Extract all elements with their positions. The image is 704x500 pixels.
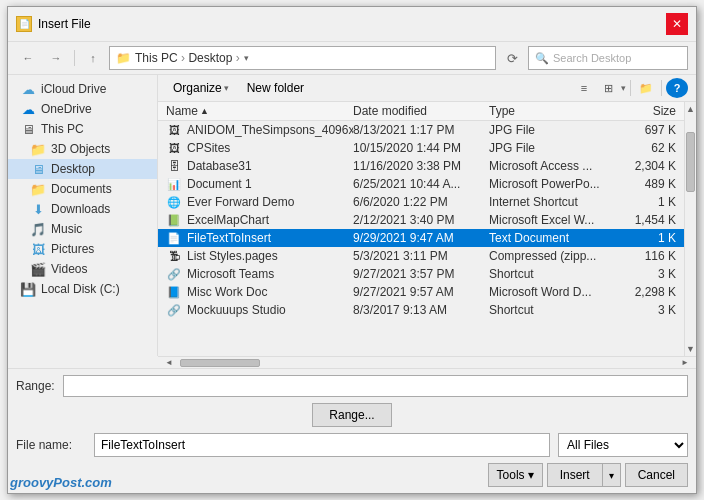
up-button[interactable]: ↑ [81,47,105,69]
file-name: Misc Work Doc [187,285,267,299]
sidebar-item-desktop[interactable]: 🖥 Desktop [8,159,157,179]
file-type: Microsoft Word D... [489,285,625,299]
address-crumb-pc: 📁 [116,51,131,65]
help-button[interactable]: ? [666,78,688,98]
table-row[interactable]: 🗜 List Styles.pages 5/3/2021 3:11 PM Com… [158,247,684,265]
organize-button[interactable]: Organize ▾ [166,78,236,98]
sidebar-label-downloads: Downloads [51,202,110,216]
cancel-button[interactable]: Cancel [625,463,688,487]
sidebar-item-documents[interactable]: 📁 Documents [8,179,157,199]
file-icon: 🖼 [166,123,182,137]
sidebar-item-localdisk[interactable]: 💾 Local Disk (C:) [8,279,157,299]
table-row[interactable]: 📘 Misc Work Doc 9/27/2021 9:57 AM Micros… [158,283,684,301]
tools-label: Tools [497,468,525,482]
forward-button[interactable]: → [44,47,68,69]
view-list-button[interactable]: ≡ [573,78,595,98]
filename-input[interactable] [94,433,550,457]
filename-row: File name: All Files [16,433,688,457]
sidebar-item-onedrive[interactable]: ☁ OneDrive [8,99,157,119]
downloads-icon: ⬇ [30,202,46,216]
file-name-cell: 📄 FileTextToInsert [166,231,353,245]
file-size: 1,454 K [625,213,676,227]
music-icon: 🎵 [30,222,46,236]
sidebar-item-icloud[interactable]: ☁ iCloud Drive [8,79,157,99]
file-date: 6/6/2020 1:22 PM [353,195,489,209]
scrollbar-vertical[interactable]: ▲ ▼ [684,102,696,356]
h-scrollbar-thumb[interactable] [180,359,260,367]
table-row[interactable]: 🗄 Database31 11/16/2020 3:38 PM Microsof… [158,157,684,175]
refresh-button[interactable]: ⟳ [500,47,524,69]
sidebar-item-videos[interactable]: 🎬 Videos [8,259,157,279]
sort-arrow: ▲ [200,106,209,116]
file-date: 8/13/2021 1:17 PM [353,123,489,137]
file-type: Shortcut [489,267,625,281]
table-row[interactable]: 📊 Document 1 6/25/2021 10:44 A... Micros… [158,175,684,193]
close-button[interactable]: ✕ [666,13,688,35]
file-name: ANIDOM_TheSimpsons_4096x2160_01 [187,123,353,137]
col-header-size[interactable]: Size [625,104,676,118]
new-folder-button[interactable]: New folder [240,78,311,98]
scroll-left[interactable]: ◄ [162,358,176,368]
scrollbar-thumb[interactable] [686,132,695,192]
scroll-up[interactable]: ▲ [685,102,696,116]
filetype-select[interactable]: All Files [558,433,688,457]
insert-dropdown-button[interactable]: ▾ [603,463,621,487]
table-row[interactable]: 🔗 Microsoft Teams 9/27/2021 3:57 PM Shor… [158,265,684,283]
sidebar-item-3dobjects[interactable]: 📁 3D Objects [8,139,157,159]
file-list: Name ▲ Date modified Type Size 🖼 ANIDOM_… [158,102,684,356]
file-size: 116 K [625,249,676,263]
table-row[interactable]: 🖼 ANIDOM_TheSimpsons_4096x2160_01 8/13/2… [158,121,684,139]
insert-file-dialog: 📄 Insert File ✕ ← → ↑ 📁 This PC › Deskto… [7,6,697,494]
range-input[interactable] [63,375,688,397]
file-icon: 📄 [166,231,182,245]
scroll-right[interactable]: ► [678,358,692,368]
file-date: 10/15/2020 1:44 PM [353,141,489,155]
search-icon: 🔍 [535,52,549,65]
file-name-cell: 🗜 List Styles.pages [166,249,353,263]
sidebar-label-icloud: iCloud Drive [41,82,106,96]
range-button[interactable]: Range... [312,403,392,427]
title-bar: 📄 Insert File ✕ [8,7,696,42]
insert-button[interactable]: Insert [547,463,603,487]
file-name: FileTextToInsert [187,231,271,245]
dialog-title: Insert File [38,17,91,31]
file-icon: 📊 [166,177,182,191]
back-button[interactable]: ← [16,47,40,69]
sidebar-label-videos: Videos [51,262,87,276]
table-row[interactable]: 🖼 CPSites 10/15/2020 1:44 PM JPG File 62… [158,139,684,157]
col-header-date[interactable]: Date modified [353,104,489,118]
view-icons-button[interactable]: ⊞ [597,78,619,98]
sidebar-item-thispc[interactable]: 🖥 This PC [8,119,157,139]
sidebar-label-documents: Documents [51,182,112,196]
table-row[interactable]: 📄 FileTextToInsert 9/29/2021 9:47 AM Tex… [158,229,684,247]
file-size: 2,298 K [625,285,676,299]
file-name: Ever Forward Demo [187,195,294,209]
sidebar-item-downloads[interactable]: ⬇ Downloads [8,199,157,219]
file-type: Text Document [489,231,625,245]
table-row[interactable]: 📗 ExcelMapChart 2/12/2021 3:40 PM Micros… [158,211,684,229]
col-header-type[interactable]: Type [489,104,625,118]
thispc-icon: 🖥 [20,122,36,136]
h-scrollbar-track[interactable] [176,359,678,367]
folder-options-button[interactable]: 📁 [635,78,657,98]
dialog-icon: 📄 [16,16,32,32]
organize-label: Organize [173,81,222,95]
file-size: 489 K [625,177,676,191]
col-header-name[interactable]: Name ▲ [166,104,353,118]
sidebar-item-music[interactable]: 🎵 Music [8,219,157,239]
sidebar-label-localdisk: Local Disk (C:) [41,282,120,296]
address-bar[interactable]: 📁 This PC › Desktop › ▾ [109,46,496,70]
table-row[interactable]: 🔗 Mockuuups Studio 8/3/2017 9:13 AM Shor… [158,301,684,319]
sidebar-item-pictures[interactable]: 🖼 Pictures [8,239,157,259]
search-box[interactable]: 🔍 Search Desktop [528,46,688,70]
scroll-down[interactable]: ▼ [685,342,696,356]
file-name: Database31 [187,159,252,173]
sidebar-label-pictures: Pictures [51,242,94,256]
view-separator [630,80,631,96]
file-date: 6/25/2021 10:44 A... [353,177,489,191]
file-type: JPG File [489,123,625,137]
file-date: 9/27/2021 3:57 PM [353,267,489,281]
table-row[interactable]: 🌐 Ever Forward Demo 6/6/2020 1:22 PM Int… [158,193,684,211]
tools-button[interactable]: Tools ▾ [488,463,543,487]
sidebar-label-desktop: Desktop [51,162,95,176]
